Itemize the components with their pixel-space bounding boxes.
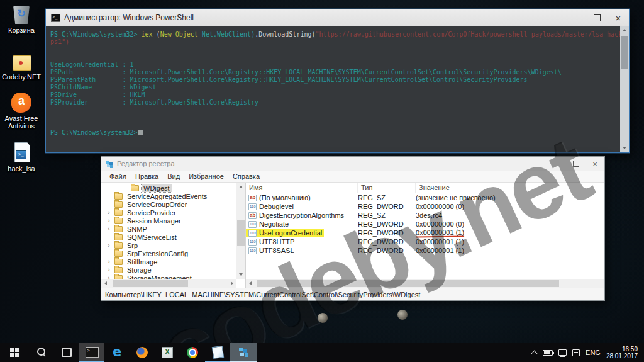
chevron-right-icon[interactable]: › — [108, 225, 114, 232]
value-name: UTF8HTTP — [246, 238, 358, 246]
tree-item-Storage[interactable]: ›Storage — [101, 266, 236, 274]
value-data-text: 0x00000001 (1) — [416, 247, 464, 254]
value-type: REG_SZ — [358, 212, 416, 219]
regedit-icon[interactable] — [230, 343, 257, 362]
search-icon[interactable] — [29, 343, 54, 362]
value-data-text: 3des,rc4 — [416, 212, 442, 219]
scroll-down-icon[interactable] — [236, 270, 245, 279]
column-header-type[interactable]: Тип — [358, 183, 416, 193]
tree-item-ServiceProvider[interactable]: ›ServiceProvider — [101, 208, 236, 217]
scroll-up-icon[interactable] — [236, 183, 245, 191]
value-name: Negotiate — [246, 220, 358, 228]
value-name-cell: Negotiate — [246, 220, 358, 228]
registry-value-row[interactable]: UTF8SASLREG_DWORD0x00000001 (1) — [246, 246, 604, 255]
value-data: 0x00000001 (1) — [416, 238, 604, 246]
powershell-scrollbar[interactable] — [620, 26, 629, 152]
value-type: REG_DWORD — [358, 229, 416, 237]
chevron-right-icon[interactable]: › — [108, 258, 114, 265]
registry-tree: WDigestServiceAggregatedEventsServiceGro… — [101, 184, 236, 279]
regedit-titlebar[interactable]: Редактор реестра — [101, 157, 604, 171]
command-cmdlet: New-Object — [160, 31, 202, 38]
tree-item-StorageManagement[interactable]: ›StorageManagement — [101, 274, 236, 279]
terminal-cursor — [138, 130, 143, 135]
desktop-icon-label: hack_lsa — [1, 165, 42, 173]
powershell-output-line: PSDrive : HKLM — [50, 91, 618, 99]
tree-item-SNMP[interactable]: ›SNMP — [101, 225, 236, 233]
powershell-output-line: PSChildName : WDigest — [50, 84, 618, 91]
close-icon[interactable] — [586, 157, 604, 171]
maximize-icon[interactable] — [586, 9, 608, 26]
registry-value-row[interactable]: UseLogonCredentialREG_DWORD0x00000001 (1… — [246, 229, 604, 237]
value-type: REG_DWORD — [358, 220, 416, 228]
chevron-right-icon[interactable]: › — [108, 266, 114, 273]
scrollbar-thumb[interactable] — [237, 220, 245, 246]
menu-item-Избранное[interactable]: Избранное — [184, 173, 228, 180]
values-horizontal-scrollbar[interactable] — [246, 279, 604, 288]
desktop-icon-folder[interactable]: Codeby.NET — [1, 50, 42, 81]
tree-item-StillImage[interactable]: ›StillImage — [101, 257, 236, 266]
desktop-icon-recycle[interactable]: Корзина — [1, 4, 42, 34]
menu-item-Правка[interactable]: Правка — [131, 173, 163, 180]
console-icon[interactable] — [79, 343, 104, 362]
column-header-name[interactable]: Имя — [246, 183, 358, 193]
network-icon[interactable] — [558, 349, 567, 356]
powershell-terminal[interactable]: PS C:\Windows\system32> iex (New-Object … — [46, 26, 629, 152]
scroll-left-icon[interactable] — [246, 279, 255, 288]
tree-horizontal-scrollbar[interactable] — [101, 279, 236, 288]
minimize-icon[interactable] — [548, 157, 567, 171]
clock[interactable]: 16:50 28.01.2017 — [606, 346, 640, 359]
chevron-right-icon[interactable]: › — [108, 209, 114, 216]
tree-item-WDigest[interactable]: WDigest — [101, 184, 236, 192]
registry-value-row[interactable]: DebuglevelREG_DWORD0x00000000 (0) — [246, 202, 604, 211]
tree-item-SrpExtensionConfig[interactable]: SrpExtensionConfig — [101, 249, 236, 257]
scroll-up-icon[interactable] — [620, 26, 629, 35]
scroll-right-icon[interactable] — [228, 279, 236, 288]
edge-icon[interactable] — [104, 343, 130, 362]
menu-item-Файл[interactable]: Файл — [105, 173, 131, 180]
language-indicator[interactable]: ENG — [586, 349, 601, 356]
minimize-icon[interactable] — [565, 9, 586, 26]
tree-item-ServiceAggregatedEvents[interactable]: ServiceAggregatedEvents — [101, 192, 236, 200]
menu-item-Справка[interactable]: Справка — [228, 173, 264, 180]
registry-value-row[interactable]: NegotiateREG_DWORD0x00000000 (0) — [246, 220, 604, 229]
desktop-icon-avast[interactable]: Avast Free Antivirus — [1, 92, 42, 130]
scrollbar-thumb[interactable] — [257, 280, 559, 287]
scroll-down-icon[interactable] — [620, 144, 629, 152]
chevron-right-icon[interactable]: › — [108, 274, 114, 279]
tree-vertical-scrollbar[interactable] — [236, 183, 245, 279]
scrollbar-thumb[interactable] — [621, 36, 628, 69]
wallpaper-button-detail — [318, 313, 328, 323]
tree-item-Srp[interactable]: ›Srp — [101, 241, 236, 249]
tree-item-Session Manager[interactable]: ›Session Manager — [101, 217, 236, 225]
registry-value-row[interactable]: DigestEncryptionAlgorithmsREG_SZ3des,rc4 — [246, 211, 604, 220]
value-type: REG_DWORD — [358, 238, 416, 246]
desktop-icon-label: Codeby.NET — [1, 73, 42, 81]
tree-item-SQMServiceList[interactable]: SQMServiceList — [101, 233, 236, 241]
notepad-icon[interactable] — [205, 343, 230, 362]
powershell-prompt-line: PS C:\Windows\system32> — [50, 129, 618, 137]
chevron-right-icon[interactable]: › — [108, 217, 114, 224]
battery-icon[interactable] — [543, 350, 553, 356]
powershell-titlebar[interactable]: Администратор: Windows PowerShell — [46, 9, 629, 26]
chrome-icon[interactable] — [180, 343, 205, 362]
scrollbar-thumb[interactable] — [113, 280, 188, 287]
firefox-icon[interactable] — [130, 343, 155, 362]
close-icon[interactable] — [608, 9, 629, 26]
chevron-right-icon[interactable]: › — [108, 242, 114, 249]
registry-value-row[interactable]: UTF8HTTPREG_DWORD0x00000001 (1) — [246, 237, 604, 246]
start-icon[interactable] — [0, 343, 29, 362]
menu-item-Вид[interactable]: Вид — [163, 173, 184, 180]
tree-item-label: Srp — [125, 242, 140, 249]
maximize-icon[interactable] — [567, 157, 586, 171]
scroll-left-icon[interactable] — [101, 279, 110, 288]
values-header-row: Имя Тип Значение — [246, 183, 604, 193]
tray-expand-icon[interactable] — [532, 350, 537, 355]
desktop-icon-hacklsa[interactable]: hack_lsa — [1, 142, 42, 173]
value-data-text: 0x00000001 (1) — [416, 229, 464, 238]
column-header-value[interactable]: Значение — [416, 183, 604, 193]
task-view-icon[interactable] — [54, 343, 79, 362]
excel-icon[interactable] — [155, 343, 180, 362]
tree-item-ServiceGroupOrder[interactable]: ServiceGroupOrder — [101, 200, 236, 208]
registry-value-row[interactable]: (По умолчанию)REG_SZ(значение не присвое… — [246, 193, 604, 202]
action-center-icon[interactable] — [572, 349, 580, 356]
